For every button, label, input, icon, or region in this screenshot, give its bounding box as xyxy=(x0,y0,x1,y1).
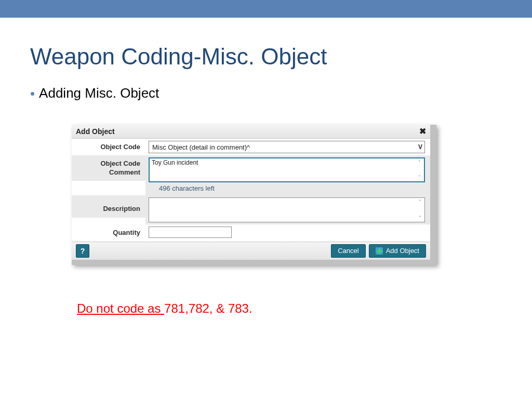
description-input[interactable]: ˄ ˅ xyxy=(149,197,425,222)
row-quantity: Quantity xyxy=(72,224,430,241)
warning-underlined: Do not code as xyxy=(77,301,164,315)
cell-quantity xyxy=(145,224,430,240)
scroll-down-icon: ˅ xyxy=(418,175,421,180)
chevron-down-icon: V xyxy=(418,143,422,151)
slide-body: Weapon Coding-Misc. Object • Adding Misc… xyxy=(0,18,532,316)
cancel-button[interactable]: Cancel xyxy=(331,244,365,258)
slide-top-bar xyxy=(0,0,532,18)
dialog-title: Add Object xyxy=(76,127,115,136)
bullet-text: Adding Misc. Object xyxy=(39,85,159,101)
object-code-select[interactable]: Misc Object (detail in comment)^ V xyxy=(149,141,425,153)
bullet-item: • Adding Misc. Object xyxy=(30,85,502,101)
label-object-code: Object Code xyxy=(72,139,145,155)
add-object-button[interactable]: Add Object xyxy=(369,244,426,258)
object-code-select-value: Misc Object (detail in comment)^ xyxy=(152,143,250,151)
scroll-down-icon: ˅ xyxy=(419,215,421,221)
cell-object-code-comment: Toy Gun incident ˄ ˅ 496 characters left xyxy=(145,155,430,195)
object-code-comment-input[interactable]: Toy Gun incident ˄ ˅ xyxy=(149,157,425,182)
textarea-scrollbar[interactable]: ˄ ˅ xyxy=(416,159,423,180)
cell-description: ˄ ˅ xyxy=(145,195,430,224)
row-object-code: Object Code Misc Object (detail in comme… xyxy=(72,139,430,155)
label-object-code-comment: Object Code Comment xyxy=(72,155,145,181)
add-object-button-label: Add Object xyxy=(386,247,419,255)
dialog-screenshot-frame: Add Object ✖ Object Code Misc Object (de… xyxy=(72,125,436,265)
bullet-dot-icon: • xyxy=(30,87,35,100)
dialog-footer: ? Cancel Add Object xyxy=(72,242,430,260)
cancel-button-label: Cancel xyxy=(338,247,358,255)
add-icon xyxy=(376,247,383,255)
warning-rest: 781,782, & 783. xyxy=(164,301,252,315)
object-code-comment-value: Toy Gun incident xyxy=(152,159,198,166)
row-description: Description ˄ ˅ xyxy=(72,195,430,224)
label-description: Description xyxy=(72,195,145,217)
close-icon[interactable]: ✖ xyxy=(419,127,426,136)
help-button[interactable]: ? xyxy=(76,244,89,258)
add-object-dialog: Add Object ✖ Object Code Misc Object (de… xyxy=(72,125,430,260)
row-object-code-comment: Object Code Comment Toy Gun incident ˄ ˅… xyxy=(72,155,430,195)
quantity-input[interactable] xyxy=(149,227,232,238)
dialog-titlebar: Add Object ✖ xyxy=(72,125,430,139)
label-quantity: Quantity xyxy=(72,224,145,241)
textarea-scrollbar-2[interactable]: ˄ ˅ xyxy=(416,199,423,221)
scroll-up-icon: ˄ xyxy=(418,159,421,165)
slide-title: Weapon Coding-Misc. Object xyxy=(30,44,502,70)
cell-object-code: Misc Object (detail in comment)^ V xyxy=(145,139,430,155)
scroll-up-icon: ˄ xyxy=(419,199,421,205)
chars-left-text: 496 characters left xyxy=(159,184,425,192)
warning-note: Do not code as 781,782, & 783. xyxy=(77,301,502,316)
